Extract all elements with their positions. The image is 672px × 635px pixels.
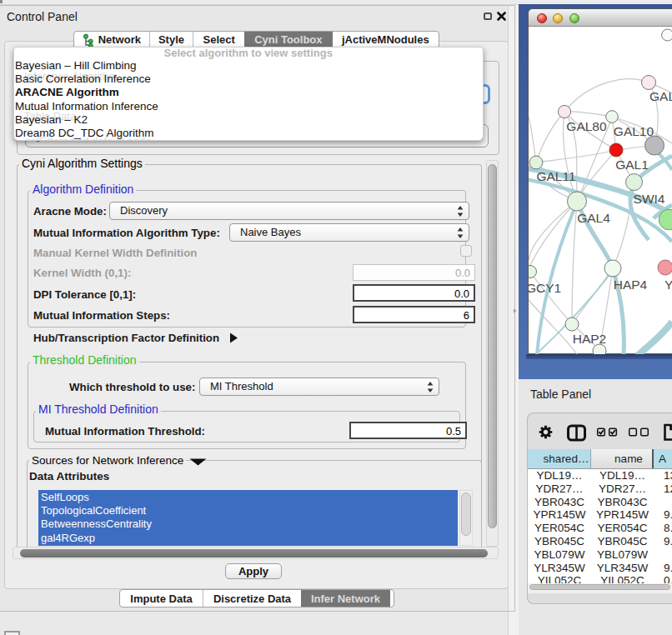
svg-text:Y: Y	[664, 278, 672, 292]
svg-text:SWI4: SWI4	[634, 192, 665, 206]
svg-text:GAL11: GAL11	[536, 169, 575, 183]
svg-text:GAL1: GAL1	[615, 158, 649, 172]
svg-text:HAP4: HAP4	[614, 278, 648, 292]
svg-text:HAP2: HAP2	[573, 332, 607, 346]
svg-text:GAL4: GAL4	[577, 211, 610, 225]
svg-text:GAL10: GAL10	[614, 124, 654, 138]
svg-text:GCY1: GCY1	[529, 281, 561, 295]
svg-text:GAL80: GAL80	[566, 119, 607, 133]
svg-text:GAL7: GAL7	[649, 89, 672, 103]
